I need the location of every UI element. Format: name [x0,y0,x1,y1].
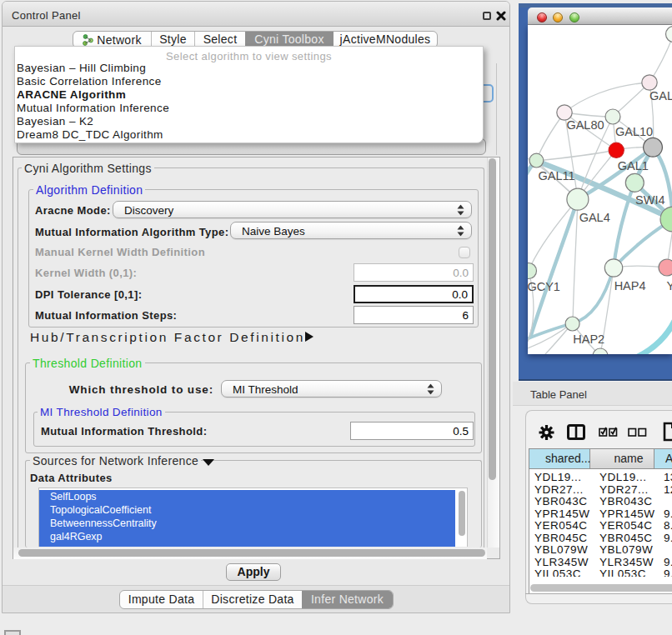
svg-text:SWI4: SWI4 [635,193,664,207]
svg-text:HAP2: HAP2 [573,332,604,346]
svg-text:YMR: YMR [666,279,672,292]
svg-text:GAL11: GAL11 [538,169,574,182]
svg-text:GCY1: GCY1 [528,280,560,293]
svg-text:GAL1: GAL1 [618,159,649,172]
svg-text:GAL4: GAL4 [579,211,610,224]
svg-text:GAL10: GAL10 [615,125,653,138]
svg-text:HAP4: HAP4 [614,279,646,292]
svg-text:GAL80: GAL80 [566,118,604,132]
svg-text:GAL7: GAL7 [649,89,672,102]
